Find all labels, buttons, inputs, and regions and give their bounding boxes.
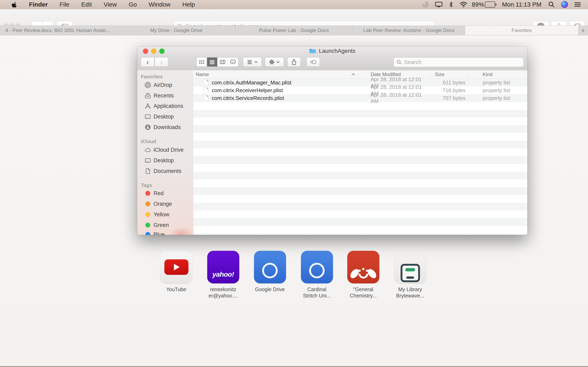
blue-tag-dot: [145, 232, 150, 235]
finder-minimize-button[interactable]: [151, 49, 156, 54]
sidebar-item-recents[interactable]: Recents: [137, 92, 193, 100]
desktop-icon: [145, 157, 151, 164]
finder-window: LaunchAgents ‹ ›: [137, 47, 527, 235]
airdrop-icon: [145, 82, 151, 88]
menu-item-finder[interactable]: Finder: [29, 1, 48, 8]
siri-icon[interactable]: [561, 1, 568, 8]
sidebar-item-downloads[interactable]: Downloads: [137, 123, 193, 131]
downloads-icon: [145, 124, 151, 130]
finder-search-field[interactable]: [394, 58, 523, 67]
screen: Finder File Edit View Go Window Help: [0, 0, 588, 367]
sidebar-item-airdrop[interactable]: AirDrop: [137, 81, 193, 89]
sort-ascending-icon: [351, 73, 355, 76]
documents-icon: [145, 168, 151, 174]
applications-icon: [145, 103, 151, 109]
airplay-mirroring-icon[interactable]: [435, 1, 442, 8]
finder-back-button[interactable]: ‹: [141, 57, 154, 67]
sidebar-header-icloud: iCloud: [141, 139, 156, 144]
menu-item-view[interactable]: View: [104, 1, 117, 8]
shortcut-my-library[interactable]: My LibraryBrytewave...: [388, 251, 433, 299]
file-rows: com.citrix.AuthManager_Mac.plist Apr 28,…: [193, 79, 527, 235]
desktop-icon: [145, 114, 151, 120]
menu-item-file[interactable]: File: [60, 1, 69, 8]
file-list: Name Date Modified Size Kind: [193, 70, 527, 235]
view-switcher: [196, 57, 238, 67]
sidebar-item-desktop-icloud[interactable]: Desktop: [137, 156, 193, 165]
tab-pulse-power-lab[interactable]: Pulse Power Lab - Google Docs: [235, 26, 353, 35]
wifi-icon[interactable]: [459, 1, 467, 8]
sidebar-header-tags: Tags: [141, 183, 152, 188]
sidebar-header-favorites: Favorites: [141, 74, 163, 80]
sidebar-item-applications[interactable]: Applications: [137, 102, 193, 110]
finder-search-input[interactable]: [404, 59, 520, 66]
sidebar-tag-red[interactable]: Red: [137, 189, 193, 197]
file-row-servicerecords[interactable]: com.citrix.ServiceRecords.plist Apr 28, …: [193, 94, 527, 102]
finder-forward-button[interactable]: ›: [155, 57, 168, 67]
tab-lab-peer-review[interactable]: Lab Peer Review -Konitzer - Google Docs: [353, 26, 465, 35]
yellow-tag-dot: [145, 212, 150, 217]
menu-item-window[interactable]: Window: [149, 1, 171, 8]
yahoo-logo: yahoo!: [207, 270, 239, 278]
sidebar-item-documents[interactable]: Documents: [137, 167, 193, 175]
menu-bar-clock[interactable]: Mon 11:13 PM: [502, 1, 541, 8]
shortcut-general-chemistry[interactable]: "GeneralChemistry...: [341, 251, 386, 299]
shortcut-google-drive[interactable]: Google Drive: [247, 251, 292, 292]
apple-menu-icon[interactable]: [12, 1, 17, 8]
shortcut-cardinal-stritch[interactable]: CardinalStritch Uni...: [294, 251, 339, 299]
sidebar-item-icloud-drive[interactable]: iCloud Drive: [137, 146, 193, 154]
tab-my-drive[interactable]: My Drive - Google Drive: [118, 26, 235, 35]
finder-sidebar: Favorites AirDrop Recents Applications: [137, 70, 193, 235]
ereader-icon: [394, 251, 426, 284]
finder-close-button[interactable]: [143, 49, 148, 54]
window-title: LaunchAgents: [319, 48, 355, 54]
spotlight-search-icon[interactable]: [548, 1, 554, 8]
share-icon: [292, 59, 296, 65]
action-menu-button[interactable]: [265, 57, 284, 67]
column-header-name[interactable]: Name: [193, 70, 358, 78]
list-view-button[interactable]: [207, 58, 217, 67]
sidebar-tag-yellow[interactable]: Yellow: [137, 210, 193, 218]
sidebar-item-desktop[interactable]: Desktop: [137, 113, 193, 121]
finder-toolbar: ‹ ›: [137, 55, 527, 70]
finder-share-button[interactable]: [287, 57, 301, 67]
bookshelf-flower-icon: [347, 251, 379, 284]
folder-icon: [309, 48, 316, 54]
shortcut-youtube[interactable]: YouTube: [154, 251, 199, 292]
new-tab-button[interactable]: +: [578, 26, 588, 35]
finder-title-bar[interactable]: LaunchAgents: [137, 47, 527, 55]
battery-percent-label: 89%: [472, 1, 484, 8]
sidebar-tag-blue[interactable]: Blue: [137, 230, 193, 235]
search-icon: [397, 60, 402, 65]
youtube-logo-icon: [164, 259, 189, 275]
sidebar-tag-green[interactable]: Green: [137, 221, 193, 229]
finder-zoom-button[interactable]: [159, 49, 164, 54]
column-header-size[interactable]: Size: [430, 70, 468, 78]
desktop-edge: [0, 366, 588, 367]
red-tag-dot: [145, 191, 150, 196]
coverflow-view-button[interactable]: [228, 58, 238, 67]
menu-item-edit[interactable]: Edit: [81, 1, 92, 8]
plist-file-icon: [204, 95, 208, 101]
menu-item-help[interactable]: Help: [182, 1, 195, 8]
bluetooth-icon[interactable]: [449, 1, 453, 8]
tag-icon: [310, 60, 316, 64]
gear-icon: [269, 59, 274, 65]
sidebar-tag-orange[interactable]: Orange: [137, 200, 193, 208]
tab-favorites-active[interactable]: Favorites: [465, 26, 578, 35]
browser-toolbar: ‹ › ↓: [0, 9, 588, 26]
notification-center-icon[interactable]: [575, 2, 581, 7]
edit-tags-button[interactable]: [307, 57, 320, 67]
arrange-icon: [247, 60, 252, 64]
column-view-button[interactable]: [217, 58, 228, 67]
tab-peer-review[interactable]: 4 - Peer Review.docx: BIO 305L Human Ana…: [0, 26, 118, 35]
icon-view-button[interactable]: [197, 58, 207, 67]
shortcut-yahoo-mail[interactable]: yahoo! reneekonitzer@yahoo....: [201, 251, 246, 299]
arrange-button[interactable]: [243, 57, 262, 67]
cloud-icon: [145, 147, 151, 152]
plist-file-icon: [204, 87, 208, 93]
chevron-down-icon: [277, 61, 280, 63]
menu-item-go[interactable]: Go: [129, 1, 137, 8]
status-spiral-icon[interactable]: [423, 1, 429, 8]
battery-icon[interactable]: [485, 1, 496, 8]
column-header-kind[interactable]: Kind: [468, 70, 527, 78]
